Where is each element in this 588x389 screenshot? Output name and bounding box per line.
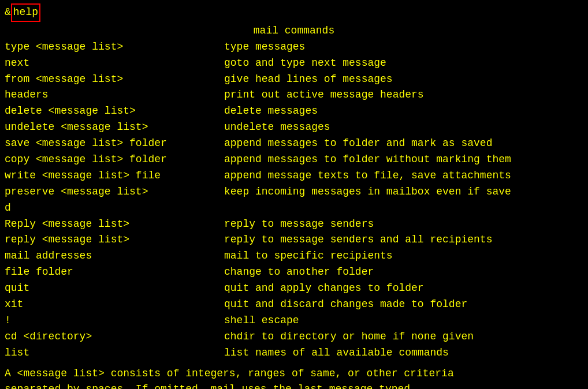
footer-text: A <message list> consists of integers, r… (5, 366, 583, 389)
footer-line2: separated by spaces. If omitted, mail us… (5, 381, 583, 389)
command-cell: mail addresses (5, 248, 224, 264)
description-cell: give head lines of messages (224, 72, 583, 88)
command-cell: preserve <message list> (5, 184, 224, 200)
table-row: file folderchange to another folder (5, 264, 583, 280)
description-cell: type messages (224, 39, 583, 55)
description-cell: append messages to folder without markin… (224, 152, 583, 168)
table-row: quitquit and apply changes to folder (5, 280, 583, 297)
table-row: from <message list>give head lines of me… (5, 72, 583, 88)
command-cell: Reply <message list> (5, 216, 224, 233)
description-cell: append message texts to file, save attac… (224, 168, 583, 184)
table-row: copy <message list> folderappend message… (5, 152, 583, 168)
command-cell: d (5, 200, 224, 216)
table-row: listlist names of all available commands (5, 345, 583, 361)
command-cell: delete <message list> (5, 103, 224, 119)
table-row: d (5, 200, 583, 216)
description-cell: shell escape (224, 313, 583, 329)
table-row: write <message list> fileappend message … (5, 168, 583, 184)
command-cell: ! (5, 313, 224, 329)
table-row: delete <message list>delete messages (5, 103, 583, 119)
command-cell: next (5, 55, 224, 72)
description-cell: change to another folder (224, 264, 583, 280)
description-cell: print out active message headers (224, 87, 583, 103)
description-cell: delete messages (224, 103, 583, 119)
footer-line1: A <message list> consists of integers, r… (5, 366, 583, 382)
command-cell: file folder (5, 264, 224, 280)
command-cell: headers (5, 87, 224, 103)
command-cell: xit (5, 297, 224, 313)
description-cell: quit and apply changes to folder (224, 280, 583, 297)
table-row: undelete <message list>undelete messages (5, 119, 583, 136)
table-row: nextgoto and type next message (5, 55, 583, 72)
description-cell: reply to message senders and all recipie… (224, 232, 583, 248)
command-cell: list (5, 345, 224, 361)
command-cell: cd <directory> (5, 329, 224, 345)
help-label: help (11, 3, 40, 22)
description-cell: keep incoming messages in mailbox even i… (224, 184, 583, 200)
table-row: Reply <message list>reply to message sen… (5, 216, 583, 233)
description-cell (224, 200, 583, 216)
command-table: type <message list>type messagesnextgoto… (5, 39, 583, 361)
header-line: & help (5, 3, 583, 22)
description-cell: undelete messages (224, 119, 583, 136)
command-cell: reply <message list> (5, 232, 224, 248)
command-cell: quit (5, 280, 224, 297)
command-cell: from <message list> (5, 72, 224, 88)
command-cell: type <message list> (5, 39, 224, 55)
description-cell: append messages to folder and mark as sa… (224, 136, 583, 152)
description-cell: goto and type next message (224, 55, 583, 72)
table-row: !shell escape (5, 313, 583, 329)
command-cell: save <message list> folder (5, 136, 224, 152)
description-cell: chdir to directory or home if none given (224, 329, 583, 345)
description-cell: quit and discard changes made to folder (224, 297, 583, 313)
table-row: preserve <message list>keep incoming mes… (5, 184, 583, 200)
table-row: save <message list> folderappend message… (5, 136, 583, 152)
table-row: type <message list>type messages (5, 39, 583, 55)
table-row: mail addressesmail to specific recipient… (5, 248, 583, 264)
table-row: reply <message list>reply to message sen… (5, 232, 583, 248)
description-cell: list names of all available commands (224, 345, 583, 361)
table-row: cd <directory>chdir to directory or home… (5, 329, 583, 345)
command-cell: copy <message list> folder (5, 152, 224, 168)
table-row: xitquit and discard changes made to fold… (5, 297, 583, 313)
command-cell: undelete <message list> (5, 119, 224, 136)
table-row: headersprint out active message headers (5, 87, 583, 103)
description-cell: reply to message senders (224, 216, 583, 233)
title: mail commands (5, 23, 583, 39)
description-cell: mail to specific recipients (224, 248, 583, 264)
ampersand-prefix: & (5, 5, 11, 21)
command-cell: write <message list> file (5, 168, 224, 184)
